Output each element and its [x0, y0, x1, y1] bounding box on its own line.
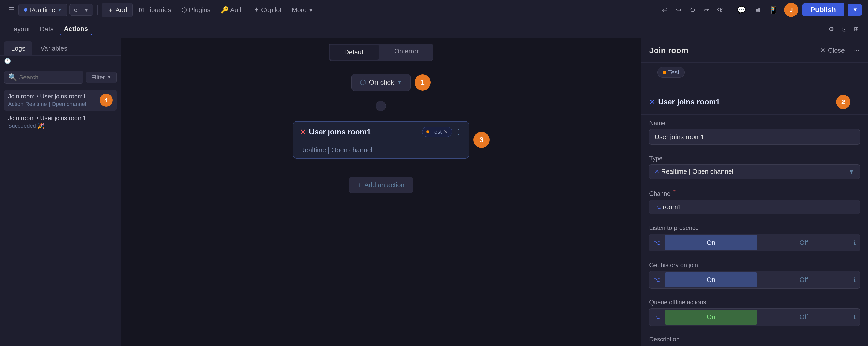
left-panel: Logs Variables 🕐 🔍 Filter ▼ Join room • … [0, 38, 121, 346]
action-section-x-icon[interactable]: ✕ [649, 98, 655, 106]
queue-on-button[interactable]: On [665, 310, 757, 324]
search-row: 🔍 Filter ▼ [0, 67, 121, 88]
language-selector[interactable]: en ▼ [69, 4, 93, 16]
history-on-button[interactable]: On [665, 272, 757, 287]
divider [97, 5, 98, 15]
eye-button[interactable]: 👁 [715, 4, 726, 16]
log-item-1[interactable]: Join room • User joins room1 Action Real… [4, 90, 117, 111]
refresh-button[interactable]: ↻ [688, 4, 698, 16]
add-action-plus-icon: + [358, 181, 361, 189]
add-button[interactable]: ＋ Add [102, 3, 133, 17]
top-nav-bar: ☰ Realtime ▼ en ▼ ＋ Add ⊞ Libraries ⬡ Pl… [0, 0, 868, 20]
realtime-label: Realtime [29, 6, 55, 14]
data-button[interactable]: Data [36, 23, 58, 35]
action-badge: Test ✕ [422, 127, 452, 137]
history-section: Get history on join ⌥ On Off ℹ [641, 262, 868, 299]
copilot-button[interactable]: ✦ Copilot [250, 3, 286, 17]
pencil-button[interactable]: ✏ [702, 4, 711, 16]
redo-button[interactable]: ↪ [674, 4, 684, 16]
history-info-icon[interactable]: ℹ [849, 273, 860, 287]
comment-button[interactable]: 💬 [735, 4, 748, 16]
layout-button[interactable]: Layout [6, 23, 34, 35]
action-section-header: ✕ User joins room1 2 ⋯ [641, 90, 868, 115]
badge-dot-icon [427, 130, 430, 133]
badge-x-icon[interactable]: ✕ [443, 129, 448, 135]
avatar[interactable]: J [784, 3, 798, 17]
channel-label: Channel * [649, 189, 860, 197]
auth-button[interactable]: 🔑 Auth [217, 3, 248, 17]
libraries-icon: ⊞ [139, 6, 144, 13]
main-layout: Logs Variables 🕐 🔍 Filter ▼ Join room • … [0, 38, 868, 346]
center-tabs: Default On error [329, 44, 433, 61]
right-panel-title: Join room [649, 46, 812, 55]
name-section: Name [641, 115, 868, 155]
filter-chevron-icon: ▼ [107, 75, 112, 80]
type-select[interactable]: ✕ Realtime | Open channel ▼ [649, 165, 860, 179]
log-title-1: Join room • User joins room1 [8, 93, 113, 100]
action-menu-icon[interactable]: ⋮ [455, 128, 462, 136]
log-title-2: Join room • User joins room1 [8, 115, 113, 122]
expand-icon-button[interactable]: ⊞ [851, 24, 862, 34]
tab-variables[interactable]: Variables [33, 41, 74, 55]
log-item-2[interactable]: Join room • User joins room1 Succeeded 🎉 [4, 112, 117, 132]
libraries-button[interactable]: ⊞ Libraries [135, 3, 175, 17]
trigger-node[interactable]: ⬡ On click ▼ [351, 74, 410, 91]
publish-caret-button[interactable]: ▼ [848, 4, 862, 16]
trigger-icon: ⬡ [360, 78, 366, 86]
divider-2 [731, 5, 731, 15]
tab-on-error[interactable]: On error [380, 44, 433, 61]
add-action-button[interactable]: + Add an action [349, 177, 413, 193]
realtime-workspace-tag: Realtime ▼ [19, 4, 67, 16]
settings-icon-button[interactable]: ⚙ [826, 24, 837, 34]
plugins-icon: ⬡ [181, 6, 187, 13]
publish-button[interactable]: Publish [802, 3, 844, 17]
mobile-button[interactable]: 📱 [767, 4, 780, 16]
search-box[interactable]: 🔍 [4, 71, 83, 84]
trigger-label: On click [369, 78, 394, 86]
queue-off-button[interactable]: Off [758, 310, 849, 324]
channel-icon: ⌥ [654, 204, 661, 210]
action-section-kebab-icon[interactable]: ⋯ [854, 98, 860, 106]
listen-section: Listen to presence ⌥ On Off ℹ [641, 224, 868, 262]
listen-info-icon[interactable]: ℹ [849, 236, 860, 250]
type-section: Type ✕ Realtime | Open channel ▼ [641, 155, 868, 189]
undo-button[interactable]: ↩ [660, 4, 670, 16]
step-badge-2: 2 [836, 95, 850, 109]
center-top-bar: Default On error [121, 38, 641, 66]
add-node-button[interactable]: + [376, 101, 386, 111]
tab-default[interactable]: Default [330, 45, 379, 60]
action-close-icon[interactable]: ✕ [300, 128, 306, 136]
hamburger-menu-button[interactable]: ☰ [6, 4, 17, 16]
history-toggle: ⌥ On Off ℹ [649, 271, 860, 289]
tab-logs[interactable]: Logs [4, 41, 32, 55]
realtime-dot-icon [24, 8, 27, 11]
log-badge-1: 4 [99, 94, 113, 107]
close-button[interactable]: ✕ Close [816, 45, 849, 56]
listen-on-button[interactable]: On [665, 235, 757, 250]
right-panel-header: Join room ✕ Close ⋯ [641, 38, 868, 63]
copilot-icon: ✦ [254, 6, 259, 13]
flow-line-3 [381, 158, 381, 169]
history-off-button[interactable]: Off [758, 272, 849, 287]
listen-off-button[interactable]: Off [758, 235, 849, 250]
search-icon: 🔍 [8, 73, 17, 82]
chevron-down-icon: ▼ [308, 7, 313, 13]
test-dot-icon [662, 70, 666, 74]
more-button[interactable]: More ▼ [288, 3, 317, 17]
search-input[interactable] [19, 74, 79, 81]
channel-value: room1 [663, 203, 682, 211]
right-kebab-icon[interactable]: ⋯ [853, 46, 860, 55]
step-badge-1: 1 [414, 74, 431, 90]
name-input[interactable] [649, 129, 860, 145]
channel-input[interactable]: ⌥ room1 [649, 200, 860, 214]
queue-info-icon[interactable]: ℹ [849, 310, 860, 324]
log-list: Join room • User joins room1 Action Real… [0, 88, 121, 134]
filter-button[interactable]: Filter ▼ [86, 71, 117, 83]
realtime-chevron-icon: ▼ [57, 7, 62, 13]
plugins-button[interactable]: ⬡ Plugins [177, 3, 215, 17]
copy-icon-button[interactable]: ⎘ [839, 24, 849, 34]
desktop-button[interactable]: 🖥 [752, 4, 763, 16]
actions-button[interactable]: Actions [60, 23, 92, 35]
center-panel: Default On error ⬡ On click ▼ 1 [121, 38, 641, 346]
close-x-icon: ✕ [820, 47, 826, 54]
